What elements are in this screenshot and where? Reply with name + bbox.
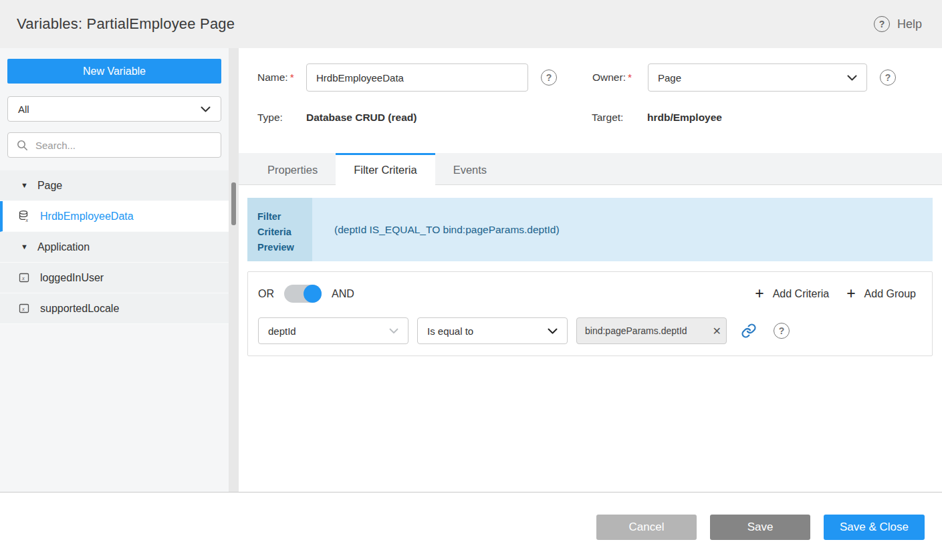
and-label: AND [332,288,354,300]
save-and-close-button[interactable]: Save & Close [824,515,925,540]
add-criteria-button[interactable]: + Add Criteria [755,286,829,301]
close-icon[interactable]: ✕ [713,325,721,337]
save-button[interactable]: Save [710,515,810,540]
add-criteria-label: Add Criteria [773,288,829,300]
tab-filter-criteria[interactable]: Filter Criteria [336,153,435,185]
help-label: Help [897,17,922,31]
add-group-label: Add Group [864,288,916,300]
variable-search [7,132,221,158]
svg-text:x: x [21,305,25,312]
owner-label: Owner:* [592,72,648,84]
name-input[interactable] [306,63,528,92]
bind-value-text: bind:pageParams.deptId [585,325,711,336]
tree-item-label: HrdbEmployeeData [40,211,134,223]
tree-item-label: supportedLocale [40,303,119,315]
tree-item-label: loggedInUser [40,272,104,284]
variables-dialog: Variables: PartialEmployee Page ? Help N… [0,0,942,560]
database-icon: x [18,210,31,223]
tree-group-page[interactable]: ▼ Page [0,170,229,201]
page-title: Variables: PartialEmployee Page [17,15,235,33]
name-help-icon[interactable]: ? [541,69,557,86]
variable-filter-select[interactable]: All [7,96,221,122]
or-and-toggle[interactable] [284,285,322,303]
criteria-help-icon[interactable]: ? [774,323,790,339]
dialog-footer: Cancel Save Save & Close [0,493,942,560]
field-select[interactable]: deptId [258,317,408,344]
svg-text:x: x [21,275,25,281]
tree-group-label: Application [37,241,90,253]
variables-tree: ▼ Page x [0,170,229,324]
dialog-body: New Variable All ▼ Page [0,48,942,493]
chevron-down-icon [548,328,558,334]
tree-group-label: Page [37,180,62,192]
svg-text:x: x [25,217,29,223]
plus-icon: + [846,286,855,301]
or-label: OR [258,288,274,300]
name-label: Name:* [257,72,306,84]
help-question-icon: ? [874,16,890,32]
cancel-button[interactable]: Cancel [596,515,697,540]
help-button[interactable]: ? Help [874,16,922,32]
preview-label: Filter Criteria Preview [247,198,312,261]
variable-icon: x [18,302,31,315]
tab-events[interactable]: Events [435,153,505,184]
field-value: deptId [268,325,296,337]
chevron-down-icon [389,328,398,334]
chevron-down-icon [847,75,857,81]
name-owner-row: Name:* ? Owner:* Page ? [257,63,942,92]
add-group-button[interactable]: + Add Group [846,286,916,301]
bind-value-token[interactable]: bind:pageParams.deptId ✕ [576,317,727,344]
sidebar-scrollbar[interactable] [229,48,239,492]
variable-icon: x [18,271,31,284]
owner-select[interactable]: Page [648,63,867,92]
tree-item-supportedlocale[interactable]: x supportedLocale [0,293,229,324]
scrollbar-thumb[interactable] [231,182,236,225]
target-value: hrdb/Employee [647,112,722,124]
owner-value: Page [658,72,681,84]
target-label: Target: [592,112,647,124]
toggle-knob [304,285,322,303]
variable-filter-value: All [18,104,29,115]
tree-group-application[interactable]: ▼ Application [0,232,229,263]
search-icon [17,140,28,151]
tree-item-loggedinuser[interactable]: x loggedInUser [0,263,229,293]
operator-value: Is equal to [427,325,473,337]
owner-help-icon[interactable]: ? [880,69,896,86]
variables-sidebar: New Variable All ▼ Page [0,48,229,492]
search-input[interactable] [34,139,212,152]
bind-link-icon[interactable] [741,323,757,339]
operator-select[interactable]: Is equal to [417,317,568,344]
new-variable-button[interactable]: New Variable [7,59,221,84]
required-asterisk: * [290,72,294,83]
required-asterisk: * [628,72,632,83]
plus-icon: + [755,286,763,301]
type-target-row: Type: Database CRUD (read) Target: hrdb/… [257,111,942,124]
dialog-header: Variables: PartialEmployee Page ? Help [0,0,942,48]
type-label: Type: [257,112,306,124]
preview-expression: (deptId IS_EQUAL_TO bind:pageParams.dept… [312,198,933,261]
chevron-down-icon [201,106,211,112]
type-value: Database CRUD (read) [306,112,592,124]
triangle-down-icon: ▼ [21,182,28,189]
tab-properties[interactable]: Properties [249,153,336,184]
criteria-toolbar: OR AND + Add Criteria + Add Group [258,285,916,303]
tab-bar: Properties Filter Criteria Events [239,153,942,185]
criteria-group: OR AND + Add Criteria + Add Group [247,271,933,356]
variable-detail-panel: Name:* ? Owner:* Page ? Type: Database C… [239,48,942,492]
tree-item-hrdbemployeedata[interactable]: x HrdbEmployeeData [0,201,229,232]
filter-criteria-preview: Filter Criteria Preview (deptId IS_EQUAL… [247,198,933,261]
criteria-row: deptId Is equal to bind:pageParams.deptI… [258,317,916,344]
triangle-down-icon: ▼ [21,243,28,251]
